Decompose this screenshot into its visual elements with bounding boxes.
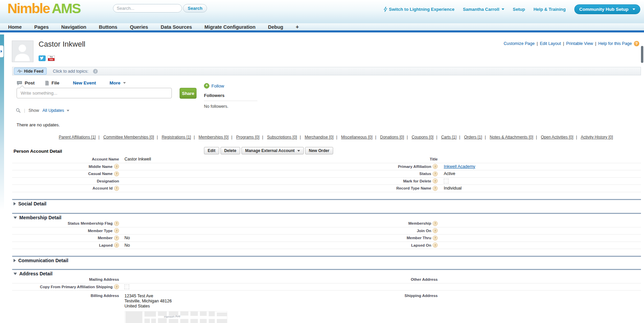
manage-external-account-button[interactable]: Manage External Account [242,147,304,154]
help-for-this-page-link[interactable]: Help for this Page [598,41,632,46]
related-donations[interactable]: Donations [0] [380,135,404,140]
twitter-icon[interactable] [39,55,46,61]
tab-debug[interactable]: Debug [268,24,283,30]
field-label: Other Address [411,277,438,281]
add-tab-button[interactable]: + [296,24,299,30]
collapsed-triangle-icon [14,202,16,205]
section-communication-detail[interactable]: Communication Detail [14,258,68,263]
search-icon[interactable] [16,108,21,113]
help-icon[interactable] [114,284,119,289]
section-address-detail[interactable]: Address Detail [14,271,52,276]
related-subscriptions[interactable]: Subscriptions [0] [267,135,297,140]
related-orders[interactable]: Orders [1] [464,135,482,140]
help-icon[interactable] [433,228,438,233]
related-carts[interactable]: Carts [1] [441,135,456,140]
help-icon[interactable] [114,228,119,233]
address-map[interactable]: Henson Ave [124,311,227,323]
page-utility-links: Customize Page| Edit Layout| Printable V… [504,41,639,46]
field-value [438,178,641,183]
page-title: Castor Inkwell [39,40,85,49]
help-icon[interactable] [114,171,119,176]
share-button[interactable]: Share [180,88,197,99]
tab-data-sources[interactable]: Data Sources [161,24,192,30]
help-icon[interactable] [433,235,438,241]
section-membership-detail[interactable]: Membership Detail [14,215,61,220]
field-row: Member No Member Thru [12,234,641,242]
field-label: Shipping Address [405,294,438,298]
field-row: Status Membership Flag Membership [12,220,641,227]
more-tab[interactable]: More [110,80,126,85]
field-label: Account Id [93,186,113,190]
field-value: Active [438,171,641,176]
help-icon[interactable] [114,243,119,248]
help-icon[interactable] [114,186,119,191]
tab-navigation[interactable]: Navigation [61,24,86,30]
delete-button[interactable]: Delete [221,147,240,154]
hide-feed-button[interactable]: Hide Feed [14,68,47,75]
related-registrations[interactable]: Registrations [1] [162,135,191,140]
related-miscellaneous[interactable]: Miscellaneous [0] [341,135,373,140]
tab-pages[interactable]: Pages [34,24,49,30]
billing-address-value: 12345 Test Ave Testville, Michigan 48126… [119,291,321,323]
tab-home[interactable]: Home [8,24,22,30]
field-label: Lapsed [99,243,113,247]
help-icon[interactable] [114,164,119,169]
help-icon[interactable] [433,164,438,169]
new-order-button[interactable]: New Order [305,147,333,154]
related-merchandise[interactable]: Merchandise [0] [305,135,334,140]
file-tab[interactable]: File [45,80,59,85]
help-question-icon[interactable] [634,41,639,46]
edit-button[interactable]: Edit [204,147,219,154]
add-topics-link[interactable]: Click to add topics: [53,69,88,74]
section-social-detail[interactable]: Social Detail [14,201,46,206]
youtube-icon[interactable]: You Tube [48,55,55,61]
tab-migrate-configuration[interactable]: Migrate Configuration [205,24,256,30]
field-label: Membership [408,221,431,225]
community-hub-setup-button[interactable]: Community Hub Setup [574,4,641,14]
related-open-activities[interactable]: Open Activities [0] [541,135,573,140]
left-gradient-strip [0,34,4,210]
user-menu[interactable]: Samantha Carroll [463,7,504,12]
field-value: Castor Inkwell [119,157,321,162]
related-coupons[interactable]: Coupons [0] [412,135,434,140]
tab-queries[interactable]: Queries [130,24,148,30]
help-icon[interactable] [433,171,438,176]
related-programs[interactable]: Programs [0] [236,135,259,140]
field-label: Member Type [88,229,113,233]
related-committee-memberships[interactable]: Committee Memberships [0] [103,135,154,140]
primary-affiliation-link[interactable]: Inkwell Academy [444,164,475,169]
sidebar-expand-handle[interactable] [0,45,4,57]
customize-page-link[interactable]: Customize Page [504,41,535,46]
help-icon[interactable] [433,221,438,226]
avatar[interactable] [12,41,33,62]
follow-button[interactable]: Follow [204,83,257,89]
help-training-link[interactable]: Help & Training [533,7,566,12]
help-icon[interactable] [433,178,438,183]
field-label: Lapsed On [411,243,431,247]
mark-for-delete-checkbox[interactable] [444,179,448,183]
search-button[interactable]: Search [183,4,207,13]
related-notes-attachments[interactable]: Notes & Attachments [0] [490,135,533,140]
help-icon[interactable] [433,243,438,248]
edit-layout-link[interactable]: Edit Layout [540,41,561,46]
help-icon[interactable] [114,235,119,241]
related-memberships[interactable]: Memberships [0] [199,135,229,140]
field-row: Account Id Record Type Name Individual [12,185,641,192]
related-parent-affiliations[interactable]: Parent Affiliations [1] [59,135,96,140]
switch-to-lightning-link[interactable]: Switch to Lightning Experience [384,6,455,12]
vertical-scrollbar-thumb[interactable] [641,46,643,63]
post-tab[interactable]: Post [17,80,34,85]
post-composer-input[interactable] [17,88,172,98]
new-event-tab[interactable]: New Event [73,80,96,85]
search-input[interactable] [113,4,182,13]
field-value: No [119,243,321,248]
setup-link[interactable]: Setup [513,7,525,12]
help-icon[interactable] [433,186,438,191]
copy-shipping-checkbox[interactable] [124,284,129,289]
help-icon[interactable] [114,221,119,226]
tab-buttons[interactable]: Buttons [99,24,117,30]
feed-filter-dropdown[interactable]: All Updates [43,108,70,113]
related-activity-history[interactable]: Activity History [0] [581,135,613,140]
printable-view-link[interactable]: Printable View [566,41,593,46]
info-icon[interactable] [93,69,98,74]
